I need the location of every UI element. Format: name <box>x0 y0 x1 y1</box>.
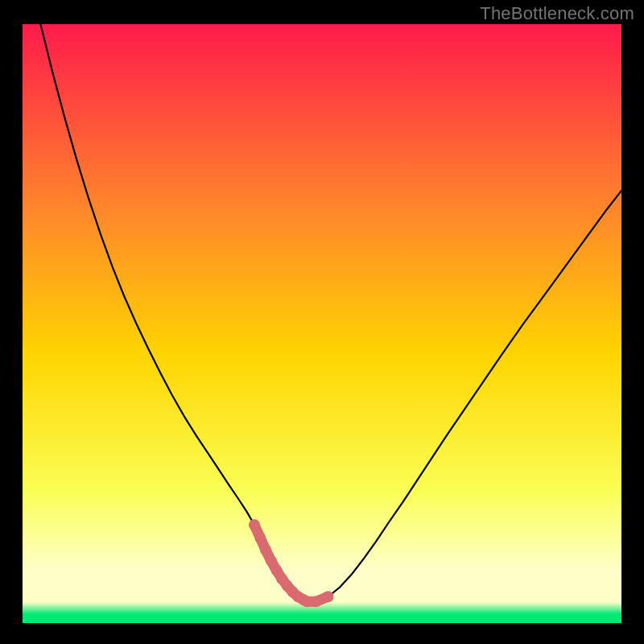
highlight-dot <box>254 532 266 543</box>
plot-svg <box>23 24 621 623</box>
plot-area <box>23 24 621 623</box>
chart-stage: TheBottleneck.com <box>0 0 644 644</box>
gradient-bg <box>23 24 621 623</box>
highlight-dot <box>260 544 271 555</box>
highlight-dot <box>266 555 277 567</box>
highlight-dot <box>322 591 333 602</box>
watermark-text: TheBottleneck.com <box>480 3 634 24</box>
highlight-dot <box>311 596 322 607</box>
highlight-dot <box>249 519 260 530</box>
